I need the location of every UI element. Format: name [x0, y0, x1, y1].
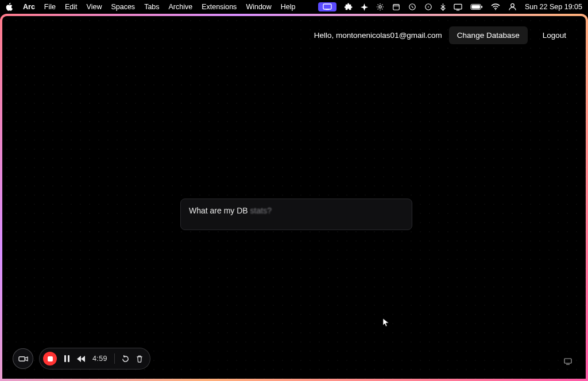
user-icon[interactable]	[508, 3, 517, 11]
user-email: montonenicolas01@gmail.com	[336, 31, 442, 40]
menu-spaces[interactable]: Spaces	[111, 3, 135, 11]
menubar-clock[interactable]: Sun 22 Sep 19:05	[525, 3, 582, 11]
menubar-left: Arc File Edit View Spaces Tabs Archive E…	[6, 3, 296, 11]
chat-input[interactable]: What are my DB stats?	[180, 199, 412, 230]
greeting-text: Hello, montonenicolas01@gmail.com	[314, 31, 442, 40]
svg-rect-8	[454, 4, 462, 9]
delete-button[interactable]	[136, 355, 143, 363]
divider	[114, 353, 115, 364]
svg-rect-15	[18, 356, 24, 361]
mouse-cursor-icon	[383, 318, 390, 328]
svg-point-14	[511, 3, 514, 7]
svg-rect-17	[68, 355, 69, 362]
apple-icon[interactable]	[6, 3, 14, 11]
screen-record-tray-icon[interactable]	[318, 2, 336, 11]
recording-controls: 4:59	[39, 348, 150, 370]
chat-suggestion: stats?	[250, 206, 272, 215]
stop-icon	[48, 356, 53, 361]
info-icon[interactable]	[424, 3, 432, 11]
camera-button[interactable]	[13, 348, 33, 369]
diamond-icon[interactable]	[361, 3, 368, 11]
greeting-prefix: Hello,	[314, 31, 336, 40]
svg-rect-16	[64, 355, 66, 362]
recording-toolbar: 4:59	[13, 348, 150, 370]
svg-point-2	[379, 6, 381, 8]
bluetooth-icon[interactable]	[440, 3, 446, 11]
window-frame: Hello, montonenicolas01@gmail.com Change…	[0, 14, 588, 381]
restart-button[interactable]	[122, 355, 129, 363]
circle-icon[interactable]	[408, 3, 416, 11]
app-name[interactable]: Arc	[23, 3, 35, 11]
menu-file[interactable]: File	[44, 3, 56, 11]
svg-point-7	[428, 6, 429, 7]
menu-help[interactable]: Help	[281, 3, 296, 11]
wifi-icon[interactable]	[491, 3, 500, 10]
puzzle-icon[interactable]	[345, 3, 353, 11]
svg-rect-3	[393, 5, 400, 10]
menu-archive[interactable]: Archive	[169, 3, 193, 11]
logout-button[interactable]: Logout	[535, 26, 574, 44]
svg-rect-18	[564, 359, 571, 363]
gear-icon[interactable]	[376, 3, 384, 11]
macos-menubar: Arc File Edit View Spaces Tabs Archive E…	[0, 0, 588, 14]
svg-rect-1	[326, 9, 329, 10]
chat-typed: What are my DB	[189, 206, 250, 215]
pause-button[interactable]	[64, 355, 70, 362]
svg-rect-0	[323, 4, 331, 9]
chat-input-text: What are my DB stats?	[189, 206, 272, 215]
change-database-button[interactable]: Change Database	[449, 26, 528, 44]
rewind-button[interactable]	[77, 356, 86, 362]
header-bar: Hello, montonenicolas01@gmail.com Change…	[314, 26, 574, 44]
menubar-right: Sun 22 Sep 19:05	[318, 2, 582, 11]
monitor-icon[interactable]	[564, 357, 572, 367]
menu-edit[interactable]: Edit	[65, 3, 78, 11]
menu-tabs[interactable]: Tabs	[144, 3, 159, 11]
stop-record-button[interactable]	[43, 352, 57, 366]
recording-time: 4:59	[92, 355, 107, 363]
menu-window[interactable]: Window	[246, 3, 271, 11]
menu-extensions[interactable]: Extensions	[202, 3, 237, 11]
display-icon[interactable]	[454, 3, 462, 11]
menu-view[interactable]: View	[87, 3, 102, 11]
svg-rect-12	[481, 6, 482, 8]
svg-rect-11	[471, 5, 480, 9]
battery-icon[interactable]	[470, 3, 483, 10]
calendar-icon[interactable]	[392, 3, 400, 11]
app-viewport: Hello, montonenicolas01@gmail.com Change…	[2, 16, 586, 379]
svg-point-13	[495, 9, 496, 10]
